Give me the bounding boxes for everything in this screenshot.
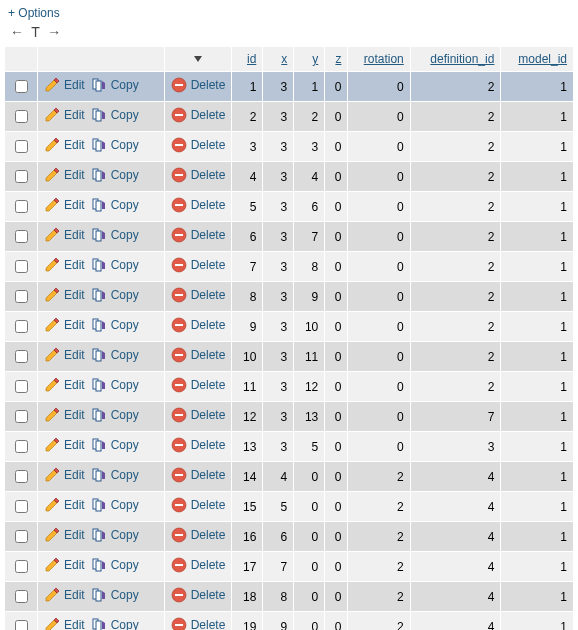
copy-link[interactable]: Copy (91, 557, 139, 573)
edit-link[interactable]: Edit (44, 287, 85, 303)
row-checkbox[interactable] (15, 290, 28, 303)
edit-link[interactable]: Edit (44, 347, 85, 363)
col-model-id-link[interactable]: model_id (518, 52, 567, 66)
edit-link[interactable]: Edit (44, 77, 85, 93)
copy-link[interactable]: Copy (91, 347, 139, 363)
col-rotation[interactable]: rotation (348, 47, 410, 72)
edit-link[interactable]: Edit (44, 317, 85, 333)
copy-link[interactable]: Copy (91, 437, 139, 453)
delete-link[interactable]: Delete (171, 557, 226, 573)
copy-link[interactable]: Copy (91, 377, 139, 393)
row-checkbox[interactable] (15, 440, 28, 453)
delete-link[interactable]: Delete (171, 287, 226, 303)
row-checkbox[interactable] (15, 620, 28, 630)
copy-link[interactable]: Copy (91, 167, 139, 183)
delete-link[interactable]: Delete (171, 467, 226, 483)
edit-link[interactable]: Edit (44, 497, 85, 513)
edit-link[interactable]: Edit (44, 587, 85, 603)
cell-id: 19 (232, 612, 263, 631)
edit-link[interactable]: Edit (44, 527, 85, 543)
copy-link[interactable]: Copy (91, 317, 139, 333)
header-sort[interactable] (164, 47, 232, 72)
copy-link[interactable]: Copy (91, 527, 139, 543)
delete-link[interactable]: Delete (171, 137, 226, 153)
delete-link[interactable]: Delete (171, 257, 226, 273)
col-z[interactable]: z (325, 47, 348, 72)
row-checkbox[interactable] (15, 110, 28, 123)
edit-link[interactable]: Edit (44, 167, 85, 183)
edit-link[interactable]: Edit (44, 617, 85, 630)
delete-link[interactable]: Delete (171, 227, 226, 243)
t-symbol-icon[interactable]: T (29, 24, 42, 40)
delete-link[interactable]: Delete (171, 167, 226, 183)
col-rotation-link[interactable]: rotation (364, 52, 404, 66)
col-id-link[interactable]: id (247, 52, 256, 66)
row-checkbox[interactable] (15, 260, 28, 273)
delete-link[interactable]: Delete (171, 77, 226, 93)
edit-link[interactable]: Edit (44, 557, 85, 573)
delete-link[interactable]: Delete (171, 527, 226, 543)
delete-link[interactable]: Delete (171, 617, 226, 630)
row-checkbox[interactable] (15, 80, 28, 93)
row-checkbox[interactable] (15, 500, 28, 513)
copy-link[interactable]: Copy (91, 587, 139, 603)
edit-link[interactable]: Edit (44, 137, 85, 153)
copy-link[interactable]: Copy (91, 467, 139, 483)
copy-link[interactable]: Copy (91, 77, 139, 93)
copy-link[interactable]: Copy (91, 497, 139, 513)
col-definition-id-link[interactable]: definition_id (430, 52, 494, 66)
delete-link[interactable]: Delete (171, 347, 226, 363)
row-checkbox[interactable] (15, 590, 28, 603)
edit-link[interactable]: Edit (44, 407, 85, 423)
row-checkbox[interactable] (15, 380, 28, 393)
row-checkbox[interactable] (15, 530, 28, 543)
cell-z: 0 (325, 432, 348, 462)
copy-link[interactable]: Copy (91, 197, 139, 213)
col-z-link[interactable]: z (335, 52, 341, 66)
delete-link[interactable]: Delete (171, 587, 226, 603)
pencil-icon (44, 197, 60, 213)
col-id[interactable]: id (232, 47, 263, 72)
edit-link[interactable]: Edit (44, 437, 85, 453)
col-definition-id[interactable]: definition_id (410, 47, 501, 72)
copy-link[interactable]: Copy (91, 257, 139, 273)
options-link[interactable]: + Options (8, 6, 60, 20)
row-checkbox[interactable] (15, 410, 28, 423)
cell-x: 3 (263, 132, 294, 162)
edit-link[interactable]: Edit (44, 257, 85, 273)
copy-link[interactable]: Copy (91, 617, 139, 630)
cell-x: 7 (263, 552, 294, 582)
row-checkbox[interactable] (15, 350, 28, 363)
copy-link[interactable]: Copy (91, 107, 139, 123)
edit-link[interactable]: Edit (44, 467, 85, 483)
delete-link[interactable]: Delete (171, 107, 226, 123)
row-checkbox[interactable] (15, 200, 28, 213)
delete-link[interactable]: Delete (171, 407, 226, 423)
row-checkbox[interactable] (15, 470, 28, 483)
edit-link[interactable]: Edit (44, 107, 85, 123)
row-checkbox[interactable] (15, 170, 28, 183)
col-x[interactable]: x (263, 47, 294, 72)
col-y-link[interactable]: y (312, 52, 318, 66)
copy-link[interactable]: Copy (91, 227, 139, 243)
delete-link[interactable]: Delete (171, 197, 226, 213)
col-model-id[interactable]: model_id (501, 47, 574, 72)
row-checkbox[interactable] (15, 320, 28, 333)
copy-link[interactable]: Copy (91, 287, 139, 303)
copy-link[interactable]: Copy (91, 407, 139, 423)
edit-link[interactable]: Edit (44, 377, 85, 393)
delete-link[interactable]: Delete (171, 437, 226, 453)
delete-link[interactable]: Delete (171, 497, 226, 513)
edit-link[interactable]: Edit (44, 197, 85, 213)
row-checkbox[interactable] (15, 560, 28, 573)
col-x-link[interactable]: x (281, 52, 287, 66)
row-checkbox[interactable] (15, 230, 28, 243)
copy-link[interactable]: Copy (91, 137, 139, 153)
row-checkbox[interactable] (15, 140, 28, 153)
delete-link[interactable]: Delete (171, 317, 226, 333)
arrow-left-icon[interactable]: ← (8, 24, 26, 40)
delete-link[interactable]: Delete (171, 377, 226, 393)
edit-link[interactable]: Edit (44, 227, 85, 243)
arrow-right-icon[interactable]: → (45, 24, 63, 40)
col-y[interactable]: y (294, 47, 325, 72)
